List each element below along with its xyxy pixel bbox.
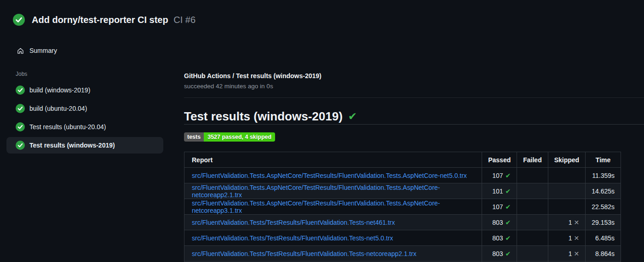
skipped-cell (548, 168, 585, 183)
passed-count: 107 (492, 172, 503, 179)
column-header-failed: Failed (517, 152, 548, 168)
sidebar-job-item[interactable]: build (windows-2019) (6, 82, 163, 98)
job-success-check-circle-icon (16, 141, 25, 150)
skipped-cross-icon: ✕ (574, 234, 579, 242)
passed-count: 803 (492, 250, 503, 257)
passed-check-icon: ✔ (506, 188, 511, 195)
time-cell: 14.625s (586, 183, 621, 199)
sidebar-summary-label: Summary (29, 47, 57, 54)
table-row: src/FluentValidation.Tests.AspNetCore/Te… (184, 199, 621, 215)
job-label: build (ubuntu-20.04) (29, 105, 87, 112)
failed-cell (517, 230, 548, 246)
passed-check-icon: ✔ (506, 172, 511, 179)
table-row: src/FluentValidation.Tests.AspNetCore/Te… (184, 168, 621, 183)
badge-label: tests (184, 132, 204, 142)
passed-count: 107 (492, 203, 503, 211)
passed-check-icon: ✔ (506, 250, 511, 257)
job-success-check-circle-icon (16, 122, 25, 131)
job-list: build (windows-2019)build (ubuntu-20.04)… (6, 82, 163, 154)
skipped-count: 1 (569, 234, 572, 242)
run-header: Add dorny/test-reporter CI step CI #6 (0, 0, 644, 26)
failed-cell (517, 168, 548, 183)
failed-cell (517, 215, 548, 230)
table-header-row: Report Passed Failed Skipped Time (184, 152, 621, 168)
report-link[interactable]: src/FluentValidation.Tests/TestResults/F… (192, 234, 393, 242)
check-run-subtitle: succeeded 42 minutes ago in 0s (184, 82, 644, 91)
skipped-cell: 1✕ (548, 246, 585, 262)
main-content: GitHub Actions / Test results (windows-2… (184, 26, 644, 262)
report-link[interactable]: src/FluentValidation.Tests/TestResults/F… (192, 219, 395, 226)
test-results-table: Report Passed Failed Skipped Time src/Fl… (184, 152, 621, 262)
failed-cell (517, 199, 548, 215)
passed-cell: 803✔ (482, 230, 517, 246)
sidebar: Summary Jobs build (windows-2019)build (… (0, 26, 184, 155)
passed-cell: 107✔ (482, 168, 517, 183)
home-icon (16, 46, 25, 55)
skipped-cross-icon: ✕ (574, 219, 579, 226)
time-cell: 6.485s (586, 230, 621, 246)
skipped-cell (548, 183, 585, 199)
skipped-cross-icon: ✕ (574, 250, 579, 257)
run-title: Add dorny/test-reporter CI step (32, 15, 168, 25)
table-row: src/FluentValidation.Tests/TestResults/F… (184, 246, 621, 262)
passed-check-icon: ✔ (506, 219, 511, 226)
passed-cell: 107✔ (482, 199, 517, 215)
skipped-count: 1 (569, 250, 572, 257)
skipped-cell: 1✕ (548, 215, 585, 230)
passed-cell: 803✔ (482, 215, 517, 230)
table-row: src/FluentValidation.Tests.AspNetCore/Te… (184, 183, 621, 199)
failed-cell (517, 183, 548, 199)
tests-badge: tests 3527 passed, 4 skipped (184, 132, 275, 142)
sidebar-job-item[interactable]: Test results (ubuntu-20.04) (6, 119, 163, 135)
job-success-check-circle-icon (16, 104, 25, 113)
time-cell: 29.153s (586, 215, 621, 230)
passed-count: 803 (492, 234, 503, 242)
column-header-report: Report (184, 152, 482, 168)
report-link[interactable]: src/FluentValidation.Tests/TestResults/F… (192, 250, 416, 257)
divider (184, 97, 644, 98)
section-title: Test results (windows-2019)✔ (184, 109, 644, 125)
passed-cell: 101✔ (482, 183, 517, 199)
jobs-section-label: Jobs (16, 71, 163, 77)
job-success-check-circle-icon (16, 85, 25, 95)
passed-cell: 803✔ (482, 246, 517, 262)
report-link[interactable]: src/FluentValidation.Tests.AspNetCore/Te… (192, 184, 440, 199)
report-link[interactable]: src/FluentValidation.Tests.AspNetCore/Te… (192, 172, 467, 179)
job-label: Test results (ubuntu-20.04) (29, 123, 106, 131)
section-title-text: Test results (windows-2019) (184, 109, 343, 123)
skipped-count: 1 (569, 219, 572, 226)
success-check-circle-icon (13, 14, 25, 26)
job-label: build (windows-2019) (29, 86, 90, 94)
skipped-cell (548, 199, 585, 215)
report-link[interactable]: src/FluentValidation.Tests.AspNetCore/Te… (192, 199, 440, 214)
passed-count: 803 (492, 219, 503, 226)
job-label: Test results (windows-2019) (29, 142, 115, 149)
passed-check-icon: ✔ (506, 234, 511, 242)
time-cell: 22.582s (586, 199, 621, 215)
column-header-passed: Passed (482, 152, 517, 168)
table-row: src/FluentValidation.Tests/TestResults/F… (184, 230, 621, 246)
sidebar-job-item[interactable]: build (ubuntu-20.04) (6, 100, 163, 117)
column-header-time: Time (586, 152, 621, 168)
skipped-cell: 1✕ (548, 230, 585, 246)
sidebar-item-summary[interactable]: Summary (6, 42, 163, 59)
failed-cell (517, 246, 548, 262)
sidebar-job-item[interactable]: Test results (windows-2019) (6, 137, 163, 154)
table-row: src/FluentValidation.Tests/TestResults/F… (184, 215, 621, 230)
badge-message: 3527 passed, 4 skipped (204, 132, 275, 142)
passed-count: 101 (492, 188, 503, 195)
passed-check-icon: ✔ (506, 203, 511, 211)
section-check-icon: ✔ (348, 110, 357, 122)
check-run-title: GitHub Actions / Test results (windows-2… (184, 72, 644, 80)
column-header-skipped: Skipped (548, 152, 585, 168)
run-number: CI #6 (173, 15, 196, 25)
time-cell: 11.359s (586, 168, 621, 183)
time-cell: 8.864s (586, 246, 621, 262)
